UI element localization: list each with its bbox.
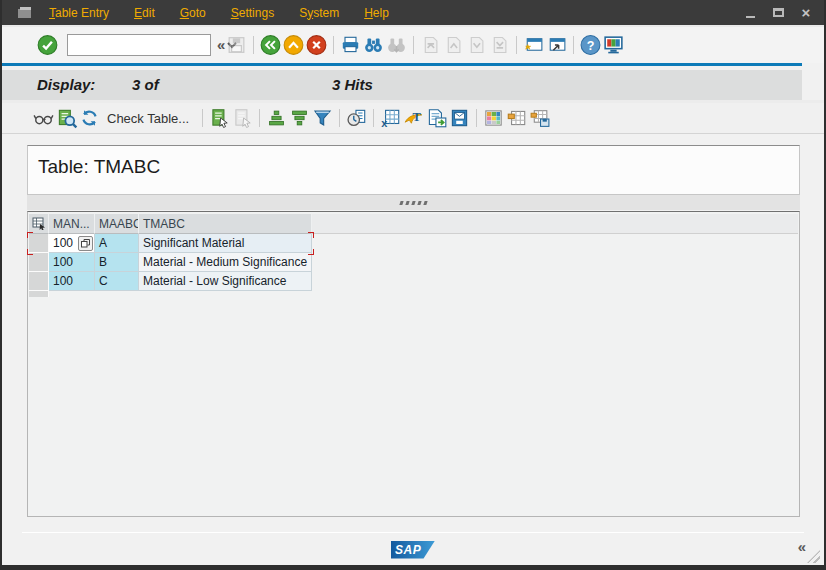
cancel-icon[interactable]	[305, 34, 328, 56]
svg-text:?: ?	[587, 39, 595, 53]
row-selector[interactable]	[29, 253, 49, 272]
menu-settings[interactable]: Settings	[231, 6, 274, 20]
menu-help[interactable]: Help	[364, 6, 389, 20]
resize-grip-icon[interactable]	[807, 550, 820, 563]
command-field[interactable]	[67, 34, 211, 56]
status-bar: SAP «	[2, 534, 824, 565]
menu-table-entry[interactable]: Table Entry	[49, 6, 109, 20]
sap-gui-window: Table Entry Edit Goto Settings System He…	[0, 0, 826, 570]
grid-header-row: MAN... MAABC TMABC	[29, 214, 312, 234]
selector-column-stub	[29, 291, 49, 297]
table-title-panel: Table: TMABC	[27, 145, 800, 195]
back-icon[interactable]	[259, 34, 282, 56]
previous-page-icon[interactable]	[442, 34, 465, 56]
cell-maabc[interactable]: C	[95, 272, 139, 291]
menu-bar: Table Entry Edit Goto Settings System He…	[2, 0, 824, 25]
display-mode-label: Display:	[37, 76, 95, 93]
spreadsheet-icon[interactable]: x	[379, 107, 402, 129]
select-all-cell[interactable]	[29, 214, 49, 234]
value-help-icon	[81, 239, 90, 248]
refresh-icon[interactable]	[78, 107, 101, 129]
shortcut-icon[interactable]	[545, 34, 568, 56]
next-page-icon[interactable]	[465, 34, 488, 56]
splitter-handle[interactable]	[27, 195, 800, 210]
column-header-mandt[interactable]: MAN...	[49, 214, 95, 234]
value-help-button[interactable]	[78, 236, 93, 251]
cell-tmabc[interactable]: Significant Material	[139, 234, 312, 253]
display-object-icon[interactable]	[55, 107, 78, 129]
cell-mandt[interactable]: 100	[49, 272, 95, 291]
change-layout-icon[interactable]	[505, 107, 528, 129]
row-selector[interactable]	[29, 272, 49, 291]
svg-text:x: x	[381, 117, 387, 129]
status-collapse-icon[interactable]: «	[798, 538, 806, 555]
menu-system[interactable]: System	[299, 6, 339, 20]
check-table-button[interactable]: Check Table...	[107, 111, 189, 126]
sort-descending-icon[interactable]	[288, 107, 311, 129]
print-icon[interactable]	[339, 34, 362, 56]
cell-mandt[interactable]: 100	[49, 234, 95, 253]
find-next-icon[interactable]	[385, 34, 408, 56]
number-of-hits-icon[interactable]	[345, 107, 368, 129]
cell-maabc[interactable]: B	[95, 253, 139, 272]
last-page-icon[interactable]	[488, 34, 511, 56]
cell-maabc[interactable]: A	[95, 234, 139, 253]
minimize-button[interactable]	[742, 6, 758, 20]
exit-icon[interactable]	[282, 34, 305, 56]
sap-logo: SAP	[391, 541, 435, 559]
select-all-icon	[32, 217, 46, 230]
cell-tmabc[interactable]: Material - Medium Significance	[139, 253, 312, 272]
menu-goto[interactable]: Goto	[180, 6, 206, 20]
grid-settings-icon[interactable]	[482, 107, 505, 129]
mail-recipient-icon[interactable]	[448, 107, 471, 129]
word-processing-icon[interactable]: T	[402, 107, 425, 129]
system-menu-icon[interactable]	[18, 7, 33, 19]
hit-total-label: 3 Hits	[332, 76, 373, 93]
table-panel: MAN... MAABC TMABC 100 A Significant Mat…	[27, 211, 800, 517]
status-divider	[22, 532, 804, 533]
command-input[interactable]	[68, 36, 227, 54]
first-page-icon[interactable]	[419, 34, 442, 56]
collapse-toolbar-icon[interactable]: «	[217, 35, 225, 55]
glasses-icon[interactable]	[32, 107, 55, 129]
help-icon[interactable]: ?	[579, 34, 602, 56]
change-entry-icon[interactable]	[231, 107, 254, 129]
save-icon[interactable]	[225, 34, 248, 56]
customize-layout-icon[interactable]	[602, 34, 625, 56]
local-file-icon[interactable]	[425, 107, 448, 129]
save-layout-icon[interactable]	[528, 107, 551, 129]
data-grid: MAN... MAABC TMABC 100 A Significant Mat…	[29, 214, 312, 297]
standard-toolbar: « ?	[2, 25, 824, 63]
sort-ascending-icon[interactable]	[265, 107, 288, 129]
column-header-tmabc[interactable]: TMABC	[139, 214, 312, 234]
enter-icon[interactable]	[36, 34, 59, 56]
cell-tmabc[interactable]: Material - Low Significance	[139, 272, 312, 291]
hit-count-label: 3 of	[132, 76, 159, 93]
close-button[interactable]: ×	[798, 6, 814, 20]
new-session-icon[interactable]	[522, 34, 545, 56]
transaction-title-bar: Display: 3 of 3 Hits	[2, 70, 802, 100]
main-area: Table: TMABC MAN... MAABC TMABC	[2, 134, 824, 565]
table-row: 100 B Material - Medium Significance	[29, 253, 312, 272]
maximize-button[interactable]	[770, 6, 786, 20]
find-icon[interactable]	[362, 34, 385, 56]
application-toolbar: Check Table... x T	[2, 103, 824, 134]
table-title: Table: TMABC	[28, 146, 799, 178]
filter-icon[interactable]	[311, 107, 334, 129]
menu-edit[interactable]: Edit	[134, 6, 155, 20]
choose-entry-icon[interactable]	[208, 107, 231, 129]
table-row: 100 C Material - Low Significance	[29, 272, 312, 291]
cell-mandt[interactable]: 100	[49, 253, 95, 272]
table-row: 100 A Significant Material	[29, 234, 312, 253]
column-header-maabc[interactable]: MAABC	[95, 214, 139, 234]
svg-text:T: T	[413, 110, 422, 124]
